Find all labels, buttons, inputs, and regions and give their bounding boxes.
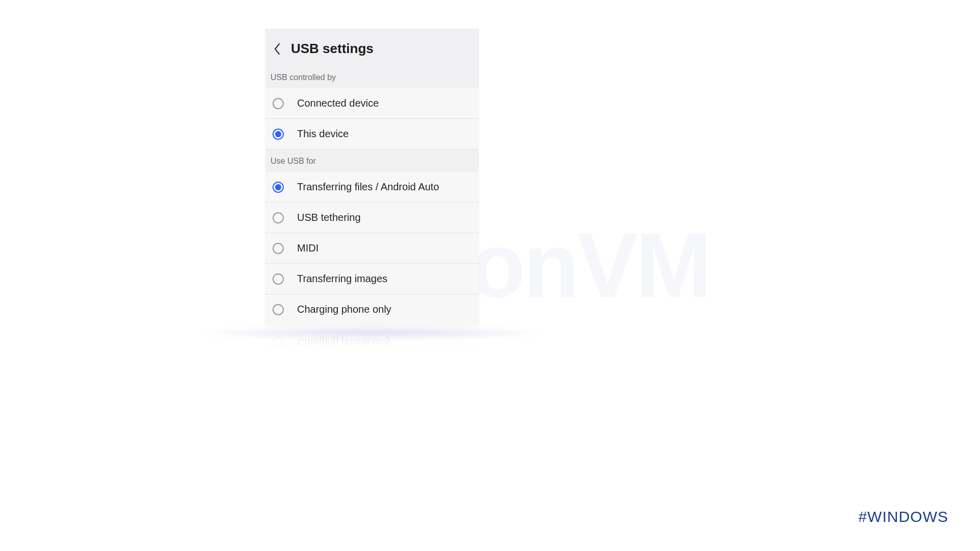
option-transferring-images[interactable]: Transferring images xyxy=(265,264,479,294)
option-label: USB tethering xyxy=(297,212,361,223)
option-label: Transferring files / Android Auto xyxy=(297,181,439,193)
section-label-use-for: Use USB for xyxy=(265,149,479,172)
radio-icon xyxy=(273,212,284,223)
radio-icon-selected xyxy=(273,129,284,140)
option-midi[interactable]: MIDI xyxy=(265,233,479,264)
option-label: Transferring images xyxy=(297,273,387,285)
option-label: Charging phone only xyxy=(297,304,391,315)
option-transferring-files[interactable]: Transferring files / Android Auto xyxy=(265,172,479,203)
option-label: Connected device xyxy=(297,97,379,109)
hashtag-label: #WINDOWS xyxy=(859,508,948,525)
back-icon[interactable] xyxy=(273,42,282,56)
option-label: MIDI xyxy=(297,242,318,254)
panel-reflection: Charging phone only xyxy=(265,327,479,357)
option-label: This device xyxy=(297,128,349,140)
radio-icon-selected xyxy=(273,182,284,193)
radio-icon xyxy=(273,243,284,254)
option-usb-tethering[interactable]: USB tethering xyxy=(265,203,479,233)
radio-icon xyxy=(273,98,284,109)
radio-icon xyxy=(273,304,284,315)
option-charging-only[interactable]: Charging phone only xyxy=(265,294,479,324)
option-this-device[interactable]: This device xyxy=(265,119,479,149)
usb-settings-panel: USB settings USB controlled by Connected… xyxy=(265,29,479,324)
page-title: USB settings xyxy=(291,41,374,57)
option-connected-device[interactable]: Connected device xyxy=(265,88,479,119)
header: USB settings xyxy=(265,29,479,66)
radio-icon xyxy=(273,273,284,285)
section-label-controlled-by: USB controlled by xyxy=(265,66,479,88)
